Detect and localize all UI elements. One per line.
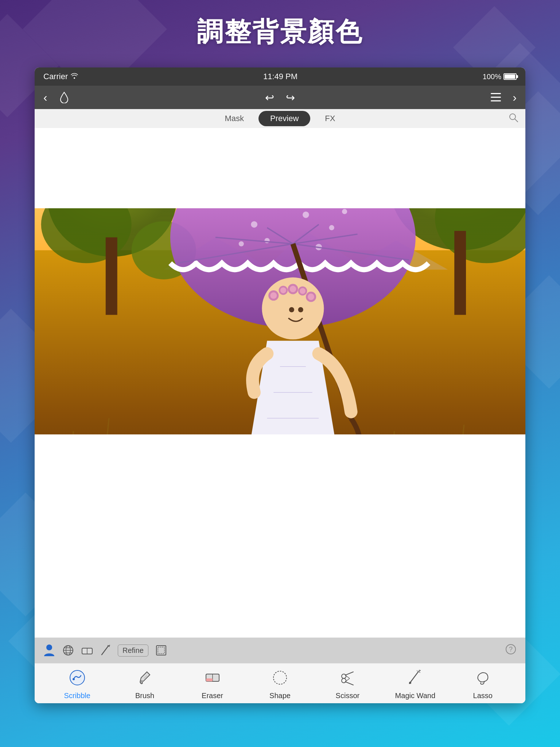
- shape-icon: [269, 667, 291, 689]
- eraser-label: Eraser: [202, 692, 223, 700]
- brush-icon: [134, 667, 156, 689]
- svg-rect-13: [454, 231, 466, 315]
- page-title-area: 調整背景顏色: [0, 15, 560, 50]
- toolbar-left: ‹: [43, 91, 69, 104]
- battery-icon: [503, 73, 517, 80]
- white-top-area: [35, 128, 525, 208]
- undo-button[interactable]: ↩: [265, 91, 274, 104]
- carrier-info: Carrier: [43, 72, 78, 81]
- status-bar: Carrier 11:49 PM 100%: [35, 67, 525, 86]
- tool-scribble[interactable]: Scribble: [54, 667, 101, 700]
- svg-point-56: [300, 288, 306, 294]
- tool-scissor[interactable]: Scissor: [324, 667, 371, 700]
- svg-point-32: [251, 221, 257, 228]
- wifi-icon: [71, 73, 78, 81]
- svg-point-35: [329, 225, 334, 230]
- refine-button[interactable]: Refine: [118, 645, 148, 657]
- svg-point-55: [290, 286, 296, 293]
- page-title: 調整背景顏色: [0, 15, 560, 50]
- svg-point-83: [73, 678, 75, 680]
- lasso-icon: [472, 667, 494, 689]
- tools-panel: Scribble Brush Eraser: [35, 663, 525, 703]
- svg-text:?: ?: [509, 646, 513, 653]
- svg-line-74: [102, 646, 108, 655]
- scissor-label: Scissor: [336, 692, 360, 700]
- tool-lasso[interactable]: Lasso: [459, 667, 506, 700]
- svg-point-65: [298, 307, 303, 312]
- tab-mask[interactable]: Mask: [213, 111, 256, 126]
- photo-content: [35, 208, 525, 434]
- svg-point-64: [289, 307, 294, 312]
- svg-line-98: [418, 672, 420, 673]
- forward-button[interactable]: ›: [513, 91, 517, 104]
- back-button[interactable]: ‹: [43, 91, 47, 104]
- svg-point-53: [270, 292, 277, 299]
- svg-point-90: [342, 678, 346, 683]
- svg-line-97: [417, 670, 418, 672]
- svg-point-34: [303, 212, 309, 218]
- svg-line-95: [409, 672, 418, 684]
- redo-button[interactable]: ↪: [286, 91, 295, 104]
- tab-fx[interactable]: FX: [313, 111, 347, 126]
- scribble-label: Scribble: [64, 692, 90, 700]
- person-tool-button[interactable]: [43, 644, 55, 657]
- svg-rect-79: [158, 647, 164, 654]
- drop-button[interactable]: [59, 92, 69, 103]
- scribble-icon: [66, 667, 88, 689]
- help-button[interactable]: ?: [505, 643, 517, 658]
- main-toolbar: ‹ ↩ ↪ ›: [35, 86, 525, 109]
- status-time: 11:49 PM: [263, 72, 298, 81]
- eraser-tool-button[interactable]: [81, 645, 93, 655]
- scissor-icon: [337, 667, 358, 689]
- crop-tool-button[interactable]: [156, 645, 167, 656]
- svg-point-66: [46, 645, 52, 650]
- lasso-label: Lasso: [473, 692, 493, 700]
- tool-brush[interactable]: Brush: [121, 667, 168, 700]
- bottom-tools-left: Refine: [43, 644, 167, 657]
- svg-point-38: [239, 241, 244, 246]
- tool-shape[interactable]: Shape: [256, 667, 304, 700]
- svg-rect-0: [491, 93, 501, 94]
- tab-preview[interactable]: Preview: [258, 111, 310, 126]
- shape-label: Shape: [269, 692, 291, 700]
- svg-rect-1: [491, 97, 501, 98]
- globe-tool-button[interactable]: [62, 645, 74, 656]
- battery-pct: 100%: [483, 73, 501, 81]
- svg-point-39: [342, 209, 347, 214]
- svg-rect-2: [491, 100, 501, 101]
- svg-point-100: [409, 682, 411, 684]
- eraser-icon: [202, 667, 223, 689]
- white-bottom-area: [35, 434, 525, 638]
- battery-info: 100%: [483, 73, 517, 81]
- photo-area: [35, 208, 525, 434]
- svg-point-54: [280, 287, 286, 293]
- svg-line-91: [345, 672, 353, 675]
- svg-line-4: [515, 119, 518, 122]
- svg-line-77: [108, 646, 110, 647]
- svg-rect-10: [106, 237, 117, 315]
- svg-point-57: [308, 294, 314, 300]
- magic-wand-icon: [404, 667, 426, 689]
- menu-button[interactable]: [491, 93, 501, 102]
- svg-point-89: [342, 674, 346, 678]
- magic-wand-label: Magic Wand: [395, 692, 435, 700]
- tool-magic-wand[interactable]: Magic Wand: [392, 667, 439, 700]
- brush-label: Brush: [135, 692, 154, 700]
- toolbar-center: ↩ ↪: [265, 91, 295, 104]
- svg-point-88: [273, 671, 287, 684]
- device-frame: Carrier 11:49 PM 100% ‹: [35, 67, 525, 703]
- svg-rect-87: [206, 678, 213, 681]
- tool-eraser[interactable]: Eraser: [189, 667, 236, 700]
- svg-point-82: [70, 670, 85, 685]
- svg-line-92: [345, 682, 353, 685]
- svg-line-76: [108, 645, 108, 646]
- search-icon[interactable]: [509, 113, 518, 125]
- wand-tool-button[interactable]: [100, 645, 110, 656]
- bottom-toolbar: Refine ?: [35, 638, 525, 663]
- tab-bar: Mask Preview FX: [35, 109, 525, 128]
- canvas-area: [35, 128, 525, 638]
- toolbar-right: ›: [491, 91, 517, 104]
- carrier-name: Carrier: [43, 72, 68, 81]
